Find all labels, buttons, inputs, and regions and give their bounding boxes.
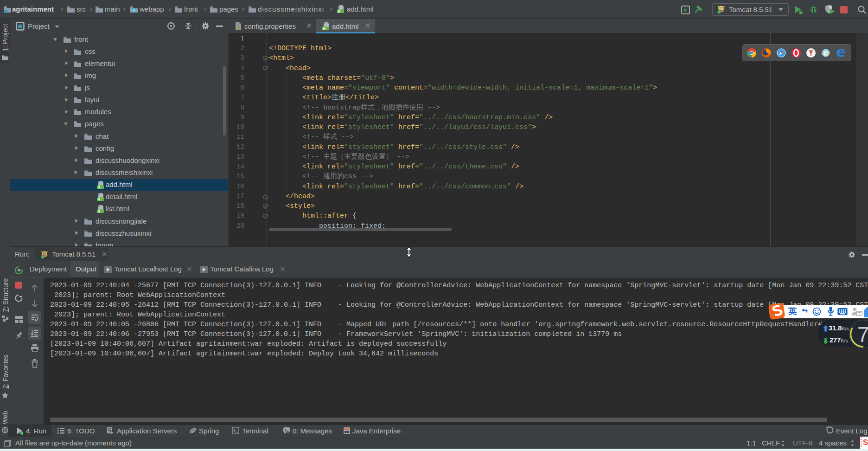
svg-text:7: 7: [857, 322, 868, 347]
svg-text:H: H: [98, 197, 100, 201]
svg-text:H: H: [338, 9, 340, 13]
svg-text:H: H: [323, 26, 326, 30]
svg-text:H: H: [98, 185, 100, 189]
svg-text:H: H: [98, 209, 100, 213]
